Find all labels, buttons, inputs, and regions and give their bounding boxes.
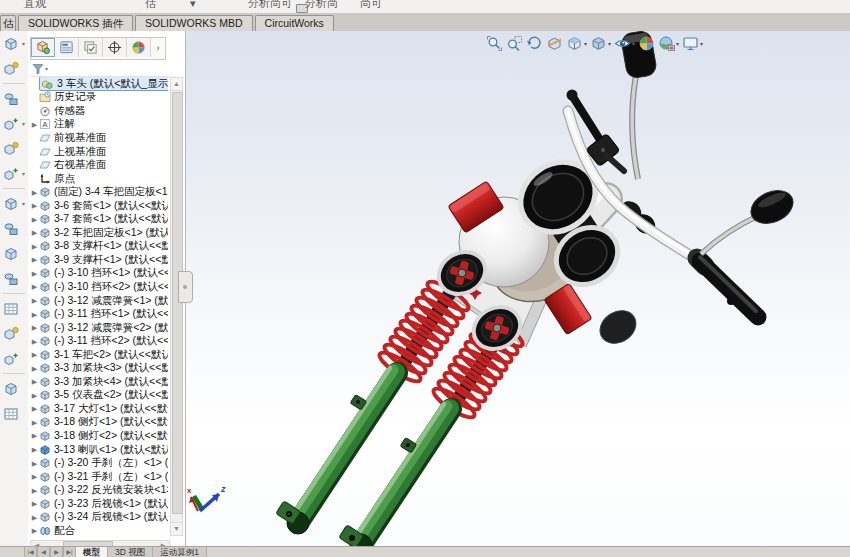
view-orientation-button[interactable]: ▾ <box>566 35 587 52</box>
study-tab-nav-button[interactable]: ▶| <box>63 547 76 557</box>
tree-item[interactable]: ▶3-6 套筒<1> (默认<<默认>_显示 <box>30 199 168 213</box>
panel-tab-propertymanager[interactable] <box>55 38 79 57</box>
tree-item[interactable]: ▶3-8 支撑杆<1> (默认<<默认>_显 <box>30 240 168 254</box>
zoom-to-area-button[interactable] <box>506 35 523 52</box>
tree-item[interactable]: 前视基准面 <box>30 131 168 145</box>
tree-item[interactable]: 历史记录 <box>30 91 168 105</box>
tree-expand-arrow[interactable]: ▶ <box>30 511 39 524</box>
tree-item[interactable]: ▶(-) 3-10 挡环<1> (默认<<默认> <box>30 267 168 281</box>
tree-item[interactable]: 传感器 <box>30 104 168 118</box>
study-tab-nav-button[interactable]: |◀ <box>24 547 37 557</box>
insert-components-button[interactable] <box>0 56 26 81</box>
tree-expand-arrow[interactable]: ▶ <box>30 199 39 212</box>
tree-expand-arrow[interactable]: ▶ <box>30 294 39 307</box>
smart-fasteners-button[interactable] <box>0 136 26 161</box>
assembly-features-button[interactable] <box>0 216 26 241</box>
take-snapshot-button[interactable] <box>0 401 26 426</box>
tree-item[interactable]: ▶3-9 支撑杆<1> (默认<<默认>_显 <box>30 253 168 267</box>
tree-item[interactable]: ▶3-13 喇叭<1> (默认<默认_显示状 <box>30 443 168 457</box>
tree-vertical-scrollbar[interactable]: ▲ ▼ <box>170 77 183 536</box>
study-tab-inactive[interactable]: 运动算例1 <box>153 547 207 557</box>
previous-view-button[interactable] <box>526 35 543 52</box>
tree-expand-arrow[interactable]: ▶ <box>30 321 39 334</box>
tree-expand-arrow[interactable]: ▶ <box>30 335 39 348</box>
tree-item[interactable]: ▶(-) 3-20 手刹（左）<1> (默认< <box>30 456 168 470</box>
tree-item[interactable]: 原点 <box>30 172 168 186</box>
panel-tabs-more-chevron[interactable]: › <box>151 38 165 57</box>
graphics-viewport[interactable]: ▾▾▾▾▾ x z <box>186 31 850 546</box>
tree-expand-arrow[interactable]: ▶ <box>30 308 39 321</box>
scroll-down-arrow[interactable]: ▼ <box>171 522 182 535</box>
tree-expand-arrow[interactable]: ▶ <box>30 240 39 253</box>
tree-expand-arrow[interactable]: ▶ <box>30 118 39 131</box>
tree-item-selected[interactable]: 3 车头 (默认<默认_显示状态-1>) <box>30 77 168 91</box>
new-motion-study-button[interactable] <box>0 266 26 291</box>
tree-expand-arrow[interactable]: ▶ <box>30 280 39 293</box>
study-tab-nav-button[interactable]: ▶ <box>50 547 63 557</box>
commandmanager-tab[interactable]: SOLIDWORKS 插件 <box>18 15 133 31</box>
commandmanager-tab[interactable]: 估 <box>0 15 16 31</box>
tree-item[interactable]: ▶3-7 套筒<1> (默认<<默认>_显示 <box>30 212 168 226</box>
tree-expand-arrow[interactable]: ▶ <box>30 348 39 361</box>
reference-geometry-button[interactable] <box>0 241 26 266</box>
vertical-scroll-thumb[interactable] <box>172 92 183 514</box>
apply-scene-button[interactable]: ▾ <box>658 35 679 52</box>
tree-item[interactable]: ▶(-) 3-12 减震弹簧<2> (默认<<默 <box>30 321 168 335</box>
tree-item[interactable]: 右视基准面 <box>30 158 168 172</box>
tree-expand-arrow[interactable]: ▶ <box>30 186 39 199</box>
tree-item[interactable]: ▶3-5 仪表盘<2> (默认<<默认>_显 <box>30 389 168 403</box>
tree-item[interactable]: ▶(-) 3-21 手刹（左）<1> (默认< <box>30 470 168 484</box>
tree-expand-arrow[interactable]: ▶ <box>30 267 39 280</box>
tree-expand-arrow[interactable]: ▶ <box>30 470 39 483</box>
tree-item[interactable]: ▶3-2 车把固定板<1> (默认<<默认 <box>30 226 168 240</box>
tree-filter-row[interactable]: ▾ <box>30 61 170 77</box>
view-settings-button[interactable]: ▾ <box>682 35 703 52</box>
model-grip-right[interactable] <box>697 257 758 317</box>
tree-item[interactable]: ▶(-) 3-23 后视镜<1> (默认<<默认 <box>30 497 168 511</box>
study-tab-active[interactable]: 模型 <box>76 547 108 557</box>
tree-item[interactable]: ▶(固定) 3-4 车把固定板<1> (默认<<默认 <box>30 185 168 199</box>
move-component-button[interactable]: ▾ <box>0 161 26 186</box>
scroll-up-arrow[interactable]: ▲ <box>171 78 182 91</box>
section-view-button[interactable] <box>546 35 563 52</box>
model-3d-motorcycle-head[interactable] <box>186 31 850 546</box>
bill-of-materials-button[interactable] <box>0 296 26 321</box>
filter-funnel-icon[interactable] <box>32 63 44 75</box>
tree-item[interactable]: ▶(-) 3-12 减震弹簧<1> (默认<<默 <box>30 294 168 308</box>
tree-item[interactable]: ▶3-18 侧灯<1> (默认<<默认>_显 <box>30 416 168 430</box>
model-horn[interactable] <box>594 304 642 350</box>
tree-expand-arrow[interactable]: ▶ <box>30 484 39 497</box>
linear-component-pattern-button[interactable]: ▾ <box>0 111 26 136</box>
tree-item[interactable]: ▶3-17 大灯<1> (默认<<默认>_显示 <box>30 402 168 416</box>
commandmanager-tab[interactable]: CircuitWorks <box>255 15 334 31</box>
show-hidden-components-button[interactable]: ▾ <box>0 191 26 216</box>
tree-expand-arrow[interactable]: ▶ <box>30 253 39 266</box>
tree-item[interactable]: ▶3-1 车把<2> (默认<<默认>_显示 <box>30 348 168 362</box>
tree-item[interactable]: ▶3-3 加紧块<4> (默认<<默认>_显 <box>30 375 168 389</box>
panel-splitter-handle[interactable] <box>178 271 193 303</box>
tree-expand-arrow[interactable]: ▶ <box>30 226 39 239</box>
tree-expand-arrow[interactable]: ▶ <box>30 402 39 415</box>
commandmanager-tab[interactable]: SOLIDWORKS MBD <box>135 15 252 31</box>
tree-expand-arrow[interactable]: ▶ <box>30 429 39 442</box>
tree-item[interactable]: ▶(-) 3-10 挡环<2> (默认<<默认> <box>30 280 168 294</box>
display-style-button[interactable]: ▾ <box>590 35 611 52</box>
tree-expand-arrow[interactable]: ▶ <box>30 457 39 470</box>
model-mirror-left[interactable] <box>620 31 657 179</box>
tree-item[interactable]: ▶3-3 加紧块<3> (默认<<默认>_显 <box>30 361 168 375</box>
tree-item[interactable]: ▶(-) 3-11 挡环<2> (默认<<默认> <box>30 334 168 348</box>
tree-expand-arrow[interactable]: ▶ <box>30 443 39 456</box>
tree-item[interactable]: ▶(-) 3-22 反光镜安装块<1> (默认 <box>30 483 168 497</box>
study-tab-inactive[interactable]: 3D 视图 <box>108 547 153 557</box>
exploded-view-button[interactable] <box>0 321 26 346</box>
explode-line-sketch-button[interactable] <box>0 346 26 371</box>
tree-expand-arrow[interactable]: ▶ <box>30 416 39 429</box>
panel-tab-displaymanager[interactable] <box>127 38 151 57</box>
mate-button[interactable] <box>0 86 26 111</box>
tree-item[interactable]: ▶(-) 3-24 后视镜<1> (默认<<默认 <box>30 511 168 525</box>
model-mirror-right[interactable] <box>701 184 798 254</box>
tree-item[interactable]: ▶(-) 3-11 挡环<1> (默认<<默认> <box>30 307 168 321</box>
instant-3d-button[interactable] <box>0 376 26 401</box>
edit-appearance-button[interactable] <box>638 35 655 52</box>
tree-expand-arrow[interactable]: ▶ <box>30 524 39 537</box>
